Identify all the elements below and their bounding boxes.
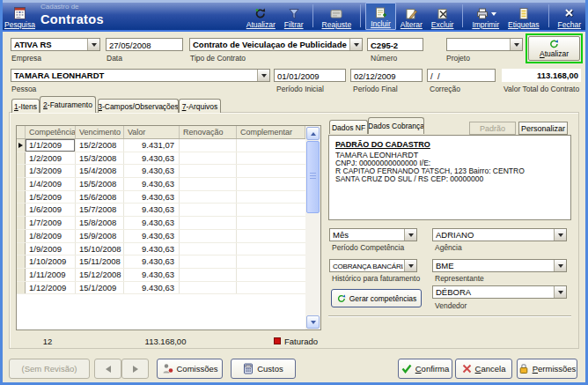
cell-valor[interactable]: 9.430,63 <box>124 165 180 177</box>
table-row[interactable]: 1/5/200915/6/20089.430,63 <box>17 191 305 204</box>
numero-field[interactable]: C295-2 <box>367 38 423 51</box>
representante-combo[interactable]: BME <box>432 259 567 272</box>
cell-complementar[interactable] <box>237 152 305 165</box>
cell-competencia[interactable]: 1/3/2009 <box>26 165 76 177</box>
chevron-down-icon[interactable] <box>554 286 566 298</box>
cell-valor[interactable]: 9.430,63 <box>124 269 180 281</box>
cell-valor[interactable]: 9.430,63 <box>124 282 180 294</box>
cell-competencia[interactable]: 1/10/2009 <box>26 255 76 268</box>
cell-renovacao[interactable] <box>180 204 237 216</box>
cell-renovacao[interactable] <box>180 178 237 190</box>
cell-vencimento[interactable]: 15/11/2008 <box>76 255 124 268</box>
chevron-down-icon[interactable] <box>87 39 99 50</box>
tab-arquivos[interactable]: 7-Arquivos <box>179 99 221 113</box>
cell-vencimento[interactable]: 15/8/2008 <box>76 217 124 229</box>
chevron-down-icon[interactable] <box>554 260 566 271</box>
table-header-competencia[interactable]: Competência <box>26 126 76 138</box>
incluir-button[interactable]: Incluir <box>365 3 396 30</box>
chevron-down-icon[interactable] <box>404 229 416 241</box>
historico-combo[interactable]: COBRANÇA BANCÁRIA <box>329 259 417 272</box>
scrollbar-thumb[interactable] <box>306 141 320 213</box>
fechar-button[interactable]: Fechar <box>554 3 585 30</box>
cell-complementar[interactable] <box>237 204 305 216</box>
cell-complementar[interactable] <box>237 191 305 204</box>
table-row[interactable]: 1/12/200915/1/20099.430,63 <box>17 282 305 295</box>
table-row[interactable]: 1/9/200915/10/20089.430,63 <box>17 243 305 256</box>
cell-complementar[interactable] <box>237 255 305 268</box>
data-field[interactable]: 27/05/2008 <box>106 38 183 51</box>
table-header-renovacao[interactable]: Renovação <box>180 126 237 138</box>
cell-competencia[interactable]: 1/2/2009 <box>26 152 76 165</box>
chevron-down-icon[interactable] <box>510 39 522 50</box>
projeto-combo[interactable] <box>446 38 523 51</box>
scroll-down-button[interactable] <box>306 315 320 329</box>
cell-renovacao[interactable] <box>180 165 237 177</box>
cell-competencia[interactable]: 1/4/2009 <box>26 178 76 190</box>
cell-renovacao[interactable] <box>180 269 237 281</box>
gerar-competencias-button[interactable]: Gerar competências <box>331 289 422 307</box>
empresa-combo[interactable]: ATIVA RS <box>11 38 100 51</box>
cell-renovacao[interactable] <box>180 139 237 152</box>
table-header-complementar[interactable]: Complementar <box>237 126 305 138</box>
cancela-button[interactable]: Cancela <box>455 359 512 379</box>
cell-vencimento[interactable]: 15/10/2008 <box>76 243 124 255</box>
cell-valor[interactable]: 9.430,63 <box>124 152 180 165</box>
vertical-scrollbar[interactable] <box>305 126 320 329</box>
pesquisa-button[interactable]: Pesquisa <box>3 3 37 30</box>
cell-complementar[interactable] <box>237 165 305 177</box>
filtrar-button[interactable]: Filtrar <box>280 3 308 30</box>
cell-valor[interactable]: 9.430,63 <box>124 191 180 204</box>
periodo-final-field[interactable]: 02/12/2009 <box>350 69 423 82</box>
etiquetas-button[interactable]: Etiquetas <box>503 3 543 30</box>
permissoes-button[interactable]: Permissões <box>517 359 577 379</box>
table-row[interactable]: 1/4/200915/5/20089.430,63 <box>17 178 305 191</box>
chevron-down-icon[interactable] <box>404 260 416 271</box>
cell-vencimento[interactable]: 15/4/2008 <box>76 165 124 177</box>
cell-complementar[interactable] <box>237 230 305 242</box>
cell-vencimento[interactable]: 15/9/2008 <box>76 230 124 242</box>
table-row[interactable]: 1/8/200915/9/20089.430,63 <box>17 230 305 243</box>
cell-vencimento[interactable]: 15/1/2009 <box>76 282 124 294</box>
table-row[interactable]: 1/2/200915/3/20089.430,63 <box>17 152 305 166</box>
cell-vencimento[interactable]: 15/6/2008 <box>76 191 124 204</box>
cell-renovacao[interactable] <box>180 191 237 204</box>
table-row[interactable]: 1/10/200915/11/20089.430,63 <box>17 255 305 269</box>
cell-renovacao[interactable] <box>180 255 237 268</box>
vendedor-combo[interactable]: DÉBORA <box>432 285 567 299</box>
cell-renovacao[interactable] <box>180 230 237 242</box>
prev-button[interactable] <box>94 359 121 379</box>
alterar-button[interactable]: Alterar <box>396 3 427 30</box>
cell-vencimento[interactable]: 15/5/2008 <box>76 178 124 190</box>
atualizar-form-button[interactable]: Atualizar <box>528 36 580 61</box>
next-button[interactable] <box>121 359 149 379</box>
cell-renovacao[interactable] <box>180 243 237 255</box>
cell-vencimento[interactable]: 15/3/2008 <box>76 152 124 165</box>
cell-vencimento[interactable]: 15/2/2008 <box>76 139 124 152</box>
chevron-down-icon[interactable] <box>257 70 269 81</box>
tab-faturamento[interactable]: 2-Faturamento <box>40 96 96 113</box>
cell-complementar[interactable] <box>237 282 305 294</box>
cell-complementar[interactable] <box>237 217 305 229</box>
tab-dados-nf[interactable]: Dados NF <box>329 120 368 134</box>
comissoes-button[interactable]: Comissões <box>157 359 223 379</box>
correcao-field[interactable]: / / <box>427 69 496 82</box>
cell-renovacao[interactable] <box>180 152 237 165</box>
chevron-down-icon[interactable] <box>554 229 566 241</box>
cell-complementar[interactable] <box>237 269 305 281</box>
chevron-down-icon[interactable] <box>349 39 362 50</box>
agencia-combo[interactable]: ADRIANO <box>432 228 567 241</box>
cell-valor[interactable]: 9.430,63 <box>124 243 180 255</box>
mes-combo[interactable]: Mês <box>329 228 417 241</box>
periodo-inicial-field[interactable]: 01/01/2009 <box>274 69 346 82</box>
cell-competencia[interactable]: 1/8/2009 <box>26 230 76 242</box>
cell-complementar[interactable] <box>237 139 305 152</box>
padrao-button[interactable]: Padrão <box>469 122 516 135</box>
cell-valor[interactable]: 9.431,07 <box>124 139 180 152</box>
cell-vencimento[interactable]: 15/12/2008 <box>76 269 124 281</box>
cell-valor[interactable]: 9.430,63 <box>124 230 180 242</box>
cell-valor[interactable]: 9.430,63 <box>124 255 180 268</box>
cell-renovacao[interactable] <box>180 217 237 229</box>
pessoa-combo[interactable]: TAMARA LEONHARDT <box>11 69 270 82</box>
table-row[interactable]: 1/3/200915/4/20089.430,63 <box>17 165 305 178</box>
cell-competencia[interactable]: 1/5/2009 <box>26 191 76 204</box>
